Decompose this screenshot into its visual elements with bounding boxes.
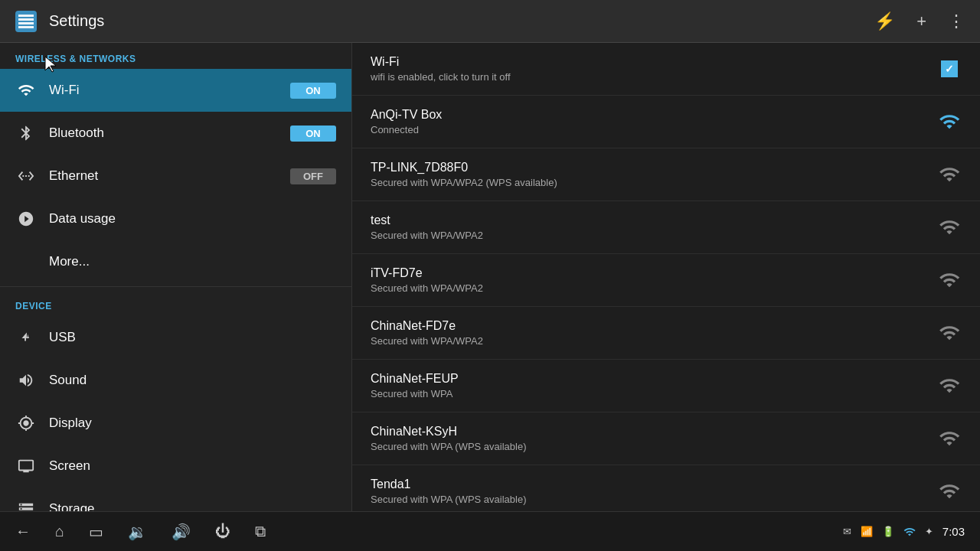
bluetooth-icon xyxy=(15,122,37,144)
recents-button[interactable]: ▭ xyxy=(89,523,103,541)
screen-label: Screen xyxy=(49,458,336,474)
add-button[interactable]: + xyxy=(913,8,929,34)
wifi-network-name-0: AnQi-TV Box xyxy=(371,108,928,122)
more-button[interactable]: ⋮ xyxy=(945,8,968,34)
topbar: Settings ⚡ + ⋮ xyxy=(0,0,980,43)
wifi-network-info-4: ChinaNet-FD7e Secured with WPA/WPA2 xyxy=(371,319,928,347)
wifi-enabled-checkbox[interactable]: ✓ xyxy=(937,57,962,81)
wifi-network-name-2: test xyxy=(371,214,928,227)
svg-rect-3 xyxy=(18,18,34,21)
sidebar-item-wifi[interactable]: Wi-Fi ON xyxy=(0,69,351,112)
wifi-network-name-6: ChinaNet-KSyH xyxy=(371,425,928,439)
sidebar-item-ethernet[interactable]: Ethernet OFF xyxy=(0,155,351,197)
wifi-network-item-4[interactable]: ChinaNet-FD7e Secured with WPA/WPA2 xyxy=(352,307,980,360)
wifi-network-status-0: Connected xyxy=(371,124,928,135)
wifi-signal-icon-0 xyxy=(937,109,962,134)
section-device: DEVICE xyxy=(0,290,351,316)
wifi-network-name-7: Tenda1 xyxy=(371,478,928,491)
wifi-network-name-5: ChinaNet-FEUP xyxy=(371,372,928,386)
wifi-header-subtitle: wifi is enabled, click to turn it off xyxy=(371,71,928,83)
wifi-header-title: Wi-Fi xyxy=(371,55,928,69)
wifi-network-status-6: Secured with WPA (WPS available) xyxy=(371,441,928,452)
wifi-network-item-1[interactable]: TP-LINK_7D88F0 Secured with WPA/WPA2 (WP… xyxy=(352,148,980,201)
main-layout: WIRELESS & NETWORKS Wi-Fi ON Bluetooth xyxy=(0,43,980,511)
wifi-network-status-7: Secured with WPA (WPS available) xyxy=(371,494,928,505)
sound-label: Sound xyxy=(49,373,336,388)
wifi-network-item-6[interactable]: ChinaNet-KSyH Secured with WPA (WPS avai… xyxy=(352,412,980,465)
power-button[interactable]: ⏻ xyxy=(215,523,230,541)
wifi-network-status-5: Secured with WPA xyxy=(371,388,928,399)
sidebar-item-screen[interactable]: Screen xyxy=(0,445,351,487)
wifi-icon xyxy=(15,80,37,101)
content-panel: Wi-Fi wifi is enabled, click to turn it … xyxy=(352,43,980,511)
wifi-label: Wi-Fi xyxy=(49,83,290,98)
usb-icon xyxy=(15,327,37,348)
wifi-network-item-3[interactable]: iTV-FD7e Secured with WPA/WPA2 xyxy=(352,254,980,307)
nav-buttons: ← ⌂ ▭ 🔉 🔊 ⏻ ⧉ xyxy=(15,523,266,541)
checkmark-box: ✓ xyxy=(941,60,958,77)
wifi-network-name-3: iTV-FD7e xyxy=(371,266,928,280)
back-button[interactable]: ← xyxy=(15,523,31,541)
wifi-network-status-1: Secured with WPA/WPA2 (WPS available) xyxy=(371,177,928,188)
volume-down-button[interactable]: 🔉 xyxy=(128,523,147,541)
wifi-network-info-5: ChinaNet-FEUP Secured with WPA xyxy=(371,372,928,399)
wifi-network-info-7: Tenda1 Secured with WPA (WPS available) xyxy=(371,478,928,505)
display-label: Display xyxy=(49,416,336,431)
sidebar: WIRELESS & NETWORKS Wi-Fi ON Bluetooth xyxy=(0,43,352,511)
storage-label: Storage xyxy=(49,501,336,511)
svg-rect-4 xyxy=(18,22,34,24)
wifi-network-info-0: AnQi-TV Box Connected xyxy=(371,108,928,135)
bluetooth-label: Bluetooth xyxy=(49,126,290,141)
clock: 7:03 xyxy=(942,525,965,538)
display-icon xyxy=(15,412,37,434)
wifi-network-item-5[interactable]: ChinaNet-FEUP Secured with WPA xyxy=(352,360,980,412)
sidebar-item-usb[interactable]: USB xyxy=(0,316,351,359)
wifi-network-item-2[interactable]: test Secured with WPA/WPA2 xyxy=(352,201,980,254)
wifi-signal-icon-4 xyxy=(937,321,962,345)
svg-rect-2 xyxy=(18,15,34,17)
wifi-signal-icon-7 xyxy=(937,479,962,504)
section-wireless: WIRELESS & NETWORKS xyxy=(0,43,351,69)
wifi-status-icon xyxy=(903,526,916,538)
wifi-toggle[interactable]: ON xyxy=(290,83,336,99)
ethernet-toggle-off: OFF xyxy=(290,168,336,184)
topbar-actions: ⚡ + ⋮ xyxy=(871,8,968,34)
sidebar-item-data-usage[interactable]: Data usage xyxy=(0,197,351,240)
layers-button[interactable]: ⧉ xyxy=(255,523,266,541)
sidebar-item-more[interactable]: More... xyxy=(0,240,351,283)
sidebar-item-sound[interactable]: Sound xyxy=(0,359,351,402)
wifi-network-info-1: TP-LINK_7D88F0 Secured with WPA/WPA2 (WP… xyxy=(371,161,928,188)
sidebar-item-display[interactable]: Display xyxy=(0,402,351,445)
wifi-network-item-7[interactable]: Tenda1 Secured with WPA (WPS available) xyxy=(352,465,980,511)
home-button[interactable]: ⌂ xyxy=(55,523,64,541)
wifi-network-status-4: Secured with WPA/WPA2 xyxy=(371,335,928,347)
bluetooth-toggle[interactable]: ON xyxy=(290,126,336,142)
svg-rect-5 xyxy=(18,26,34,28)
checkmark-icon: ✓ xyxy=(945,63,954,75)
ethernet-icon xyxy=(15,165,37,187)
screen-icon xyxy=(15,455,37,477)
wifi-toggle-on: ON xyxy=(290,83,336,99)
storage-icon xyxy=(15,498,37,511)
wifi-header-item[interactable]: Wi-Fi wifi is enabled, click to turn it … xyxy=(352,43,980,96)
thunder-button[interactable]: ⚡ xyxy=(871,8,898,34)
page-title: Settings xyxy=(49,12,871,30)
data-usage-icon xyxy=(15,208,37,230)
svg-rect-1 xyxy=(15,11,37,32)
volume-up-button[interactable]: 🔊 xyxy=(172,523,191,541)
wifi-signal-icon-1 xyxy=(937,162,962,187)
wifi-signal-icon-2 xyxy=(937,215,962,240)
sound-icon xyxy=(15,370,37,391)
wifi-network-item-0[interactable]: AnQi-TV Box Connected xyxy=(352,96,980,148)
ethernet-label: Ethernet xyxy=(49,168,290,184)
wifi-network-info-6: ChinaNet-KSyH Secured with WPA (WPS avai… xyxy=(371,425,928,452)
ethernet-toggle[interactable]: OFF xyxy=(290,168,336,184)
bluetooth-status-icon: ✦ xyxy=(925,526,933,537)
bluetooth-toggle-on: ON xyxy=(290,126,336,142)
notification-icon: ✉ xyxy=(843,526,851,537)
wifi-signal-icon-6 xyxy=(937,426,962,451)
app-icon xyxy=(12,8,40,35)
sidebar-item-bluetooth[interactable]: Bluetooth ON xyxy=(0,112,351,155)
sidebar-item-storage[interactable]: Storage xyxy=(0,487,351,511)
data-usage-label: Data usage xyxy=(49,211,336,227)
